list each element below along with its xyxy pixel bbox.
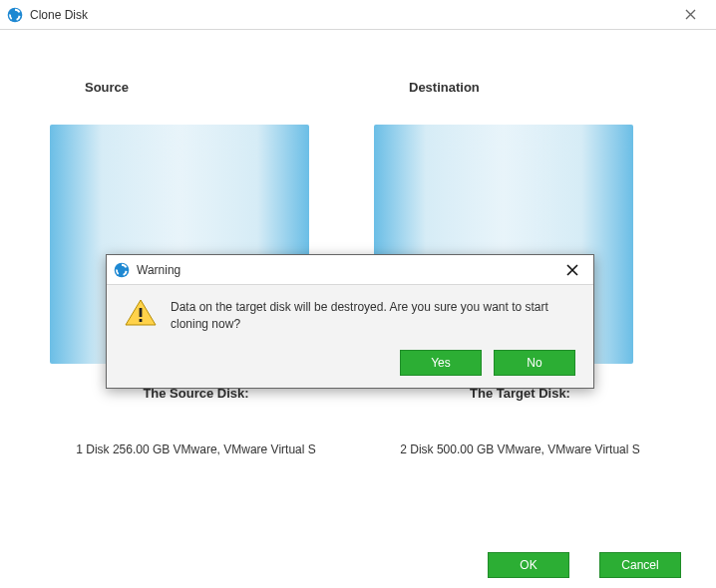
dialog-title: Warning bbox=[137, 263, 555, 277]
window-title: Clone Disk bbox=[30, 8, 670, 22]
ok-button[interactable]: OK bbox=[488, 552, 569, 578]
app-icon bbox=[113, 261, 131, 279]
warning-icon bbox=[125, 299, 157, 327]
source-label: Source bbox=[85, 80, 129, 95]
app-icon bbox=[6, 6, 24, 24]
source-disk-description: 1 Disk 256.00 GB VMware, VMware Virtual … bbox=[40, 441, 352, 458]
content: Source Destination The Source Disk: The … bbox=[0, 30, 716, 588]
svg-rect-2 bbox=[140, 308, 143, 317]
cancel-button[interactable]: Cancel bbox=[599, 552, 681, 578]
titlebar: Clone Disk bbox=[0, 0, 716, 30]
dialog-message: Data on the target disk will be destroye… bbox=[171, 299, 575, 334]
dialog-titlebar: Warning bbox=[107, 255, 593, 285]
yes-button[interactable]: Yes bbox=[400, 350, 482, 376]
dialog-close-button[interactable] bbox=[555, 257, 589, 283]
destination-label: Destination bbox=[409, 80, 480, 95]
no-button[interactable]: No bbox=[494, 350, 575, 376]
svg-rect-3 bbox=[140, 319, 143, 322]
warning-dialog: Warning Data on the target disk will be … bbox=[106, 254, 594, 389]
window-close-button[interactable] bbox=[670, 1, 710, 29]
target-disk-description: 2 Disk 500.00 GB VMware, VMware Virtual … bbox=[364, 441, 676, 458]
